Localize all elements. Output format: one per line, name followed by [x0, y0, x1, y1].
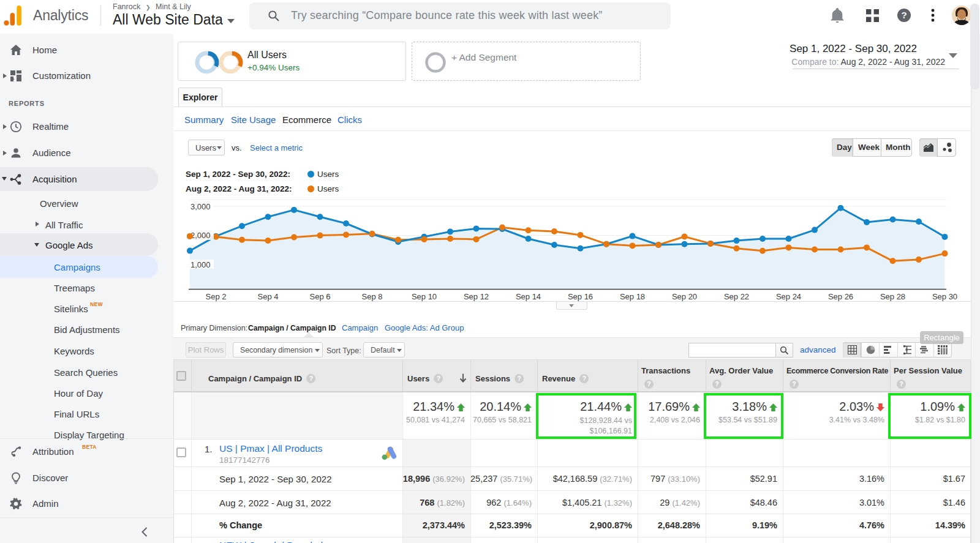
svg-text:Sep 10: Sep 10	[412, 292, 437, 301]
svg-text:Sep 4: Sep 4	[258, 292, 279, 301]
svg-text:Sep 6: Sep 6	[310, 292, 331, 301]
svg-text:Sep 18: Sep 18	[620, 292, 645, 301]
svg-text:Sep 8: Sep 8	[362, 292, 383, 301]
svg-text:Sep 16: Sep 16	[568, 292, 593, 301]
svg-text:Sep 24: Sep 24	[776, 292, 801, 301]
svg-text:Sep 20: Sep 20	[672, 292, 697, 301]
svg-text:2,000: 2,000	[190, 231, 211, 240]
svg-text:Sep 26: Sep 26	[828, 292, 853, 301]
svg-text:Sep 22: Sep 22	[724, 292, 749, 301]
svg-text:Sep 30: Sep 30	[932, 292, 957, 301]
svg-text:Sep 28: Sep 28	[880, 292, 905, 301]
svg-text:Sep 12: Sep 12	[464, 292, 489, 301]
svg-text:3,000: 3,000	[190, 202, 211, 211]
svg-text:Sep 14: Sep 14	[516, 292, 541, 301]
svg-text:Sep 2: Sep 2	[206, 292, 227, 301]
svg-text:1,000: 1,000	[190, 260, 211, 269]
